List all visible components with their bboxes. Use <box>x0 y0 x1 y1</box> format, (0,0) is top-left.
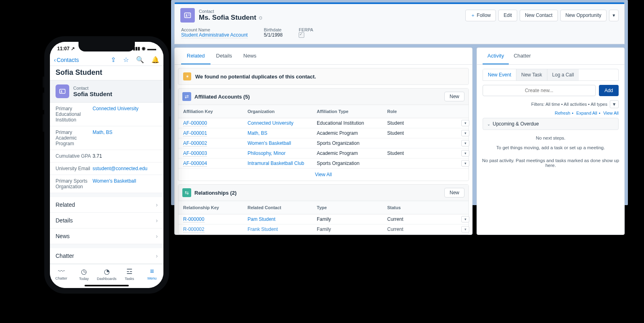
field-value[interactable]: Math, BS <box>93 130 158 146</box>
tab-related[interactable]: Related <box>181 48 211 64</box>
subtab-new-event[interactable]: New Event <box>483 69 516 80</box>
organization-link[interactable]: Connected University <box>248 120 293 126</box>
bell-icon[interactable]: 🔔 <box>151 56 159 64</box>
tab-activity[interactable]: Activity <box>483 48 509 64</box>
field-value[interactable]: Connected University <box>93 106 158 123</box>
no-next-steps-1: No next steps. <box>477 132 624 142</box>
affiliation-type: Sports Organization <box>312 159 382 168</box>
col-role: Role <box>382 107 456 115</box>
relationship-type: Family <box>312 215 382 224</box>
follow-button[interactable]: ＋Follow <box>465 10 496 21</box>
field-value[interactable]: Women's Basketball <box>93 178 158 189</box>
row-actions-button[interactable]: ▾ <box>461 150 469 156</box>
affiliation-key-link[interactable]: AF-000000 <box>183 120 207 126</box>
col-organization: Organization <box>243 107 312 115</box>
no-next-steps-2: To get things moving, add a task or set … <box>477 142 624 152</box>
row-actions-button[interactable]: ▾ <box>461 120 469 126</box>
chatter-icon: 〰 <box>58 267 65 276</box>
svg-rect-0 <box>185 13 191 18</box>
create-input[interactable] <box>483 85 596 96</box>
gauge-icon: ◔ <box>104 267 110 276</box>
filter-text: Filters: All time • All activities • All… <box>531 102 607 107</box>
add-button[interactable]: Add <box>599 85 619 96</box>
filter-icon[interactable]: ▼ <box>610 100 619 108</box>
affiliation-key-link[interactable]: AF-000004 <box>183 160 207 167</box>
field-label: Primary Sports Organization <box>56 178 93 189</box>
chevron-down-icon: ⌄ <box>487 122 490 126</box>
duplicate-icon: ✶ <box>183 72 191 80</box>
section-news[interactable]: News› <box>50 228 163 244</box>
row-actions-button[interactable]: ▾ <box>461 216 469 222</box>
tab-chatter[interactable]: 〰Chatter <box>50 264 72 283</box>
new-contact-button[interactable]: New Contact <box>520 10 558 21</box>
field-value[interactable]: sstudent@connected.edu <box>93 166 158 171</box>
star-icon[interactable]: ☆ <box>123 56 129 64</box>
tab-today[interactable]: ◷Today <box>72 264 95 283</box>
refresh-link[interactable]: Refresh <box>555 111 570 115</box>
field-ferpa-label: FERPA <box>299 27 313 32</box>
col-affiliation-type: Affiliation Type <box>312 107 382 115</box>
phone-fields: Primary Educational Institution Connecte… <box>50 103 163 193</box>
tab-news[interactable]: News <box>238 48 262 64</box>
upcoming-section[interactable]: ⌄ Upcoming & Overdue <box>483 118 619 130</box>
search-icon[interactable]: 🔍 <box>136 56 144 64</box>
section-related[interactable]: Related› <box>50 197 163 213</box>
row-actions-button[interactable]: ▾ <box>461 130 469 136</box>
back-button[interactable]: ‹ Contacts <box>54 57 79 63</box>
organization-link[interactable]: Math, BS <box>248 130 267 136</box>
affiliated-view-all[interactable]: View All <box>178 169 469 181</box>
chevron-right-icon: › <box>156 233 158 239</box>
tab-details[interactable]: Details <box>211 48 238 64</box>
relationship-key-link[interactable]: R-000002 <box>183 226 204 232</box>
organization-link[interactable]: Philosophy, Minor <box>248 150 286 156</box>
row-actions-button[interactable]: ▾ <box>461 140 469 146</box>
relationships-title[interactable]: Relationships (2) <box>194 190 444 196</box>
new-opportunity-button[interactable]: New Opportunity <box>560 10 607 21</box>
edit-button[interactable]: Edit <box>498 10 517 21</box>
affiliation-key-link[interactable]: AF-000001 <box>183 130 207 136</box>
row-actions-button[interactable]: ▾ <box>461 226 469 232</box>
phone-screen: 11:07 ↗ ▮▮▮ ◉ ▬▬ ‹ Contacts ⇪ ☆ 🔍 🔔 Sofi… <box>50 42 163 288</box>
col-affiliation-key: Affiliation Key <box>178 107 243 115</box>
field-account-value[interactable]: Student Administrative Account <box>181 32 248 38</box>
relationship-key-link[interactable]: R-000000 <box>183 216 204 222</box>
more-actions-button[interactable]: ▾ <box>609 10 619 21</box>
affiliated-accounts-list: ⇄ Affiliated Accounts (5) New Affiliatio… <box>178 88 469 181</box>
view-all-link[interactable]: View All <box>603 111 619 115</box>
phone-page-title: Sofia Student <box>50 66 163 80</box>
tab-menu[interactable]: ≡Menu <box>141 264 163 283</box>
section-details[interactable]: Details› <box>50 213 163 228</box>
related-contact-link[interactable]: Pam Student <box>248 216 275 222</box>
tab-tasks[interactable]: ☲Tasks <box>118 264 140 283</box>
affiliated-icon: ⇄ <box>182 92 191 101</box>
status-time: 11:07 ↗ <box>57 46 75 51</box>
menu-icon: ≡ <box>150 267 154 276</box>
phone-field: Cumulative GPA 3.71 <box>50 150 163 163</box>
affiliation-key-link[interactable]: AF-000002 <box>183 140 207 146</box>
field-account-label: Account Name <box>181 27 248 32</box>
relationship-status: Current <box>382 225 456 234</box>
organization-link[interactable]: Women's Basketball <box>248 140 291 146</box>
section-chatter[interactable]: Chatter› <box>50 248 163 264</box>
related-contact-link[interactable]: Frank Student <box>248 226 278 232</box>
relationships-new-button[interactable]: New <box>444 188 464 198</box>
hierarchy-icon[interactable]: ⌬ <box>259 16 262 20</box>
subtab-log-call[interactable]: Log a Call <box>547 69 579 80</box>
phone-field: University Email sstudent@connected.edu <box>50 163 163 175</box>
phone-field: Primary Educational Institution Connecte… <box>50 103 163 126</box>
subtab-new-task[interactable]: New Task <box>516 69 547 80</box>
affiliation-key-link[interactable]: AF-000003 <box>183 150 207 156</box>
phone-nav-icons: ⇪ ☆ 🔍 🔔 <box>111 56 159 64</box>
affiliated-new-button[interactable]: New <box>444 92 464 101</box>
affiliated-title[interactable]: Affiliated Accounts (5) <box>194 94 444 100</box>
share-icon[interactable]: ⇪ <box>111 56 116 64</box>
create-row: Add <box>483 85 619 96</box>
table-row: AF-000002 Women's Basketball Sports Orga… <box>178 138 469 148</box>
organization-link[interactable]: Intramural Basketball Club <box>248 160 304 166</box>
expand-all-link[interactable]: Expand All <box>576 111 597 115</box>
tab-chatter[interactable]: Chatter <box>509 48 536 64</box>
relationships-list: ⇆ Relationships (2) New Relationship Key… <box>178 184 469 235</box>
row-actions-button[interactable]: ▾ <box>461 160 469 167</box>
activity-links: Refresh• Expand All• View All <box>483 111 619 115</box>
tab-dashboards[interactable]: ◔Dashboards <box>95 264 118 283</box>
